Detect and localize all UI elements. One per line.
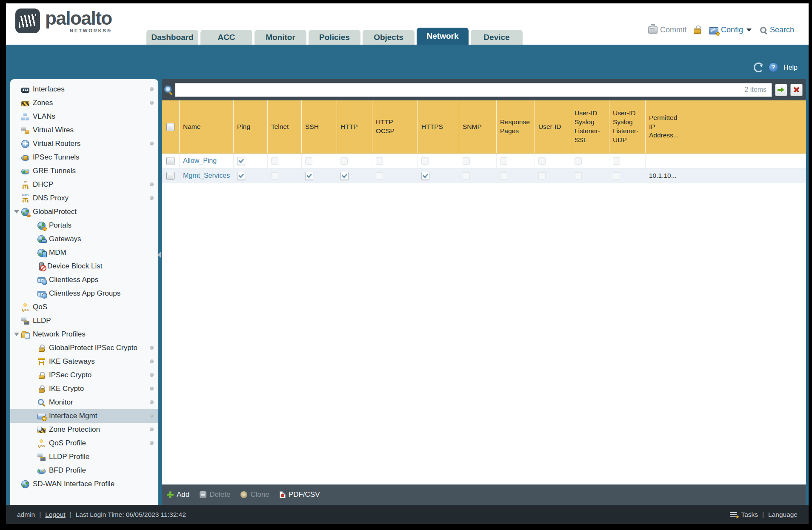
sidebar-item-vlans[interactable]: VLANs <box>10 110 158 123</box>
sidebar-item-sd-wan-interface-profile[interactable]: SD-WAN Interface Profile <box>10 477 158 491</box>
sidebar-item-label: Monitor <box>49 398 73 407</box>
sidebar-item-dns-proxy[interactable]: DNS Proxy <box>10 191 158 205</box>
sidebar-item-ike-gateways[interactable]: IKE Gateways <box>10 355 158 368</box>
add-button[interactable]: Add <box>167 490 189 499</box>
profile-link-mgmt-services[interactable]: Mgmt_Services <box>183 172 230 180</box>
profile-link-allow-ping[interactable]: Allow_Ping <box>183 157 217 165</box>
ike-gateways-icon <box>37 358 46 366</box>
sidebar-item-device-block-list[interactable]: Device Block List <box>10 259 158 273</box>
clear-filter-button[interactable] <box>790 84 803 96</box>
sidebar-item-interface-mgmt[interactable]: Interface Mgmt <box>10 409 158 423</box>
column-header-user-id[interactable]: User-ID <box>535 100 571 153</box>
column-header-https[interactable]: HTTPS <box>418 100 459 153</box>
tab-dashboard[interactable]: Dashboard <box>146 30 198 45</box>
check-icon <box>340 172 349 180</box>
sidebar-item-virtual-routers[interactable]: Virtual Routers <box>10 137 158 151</box>
sidebar-item-bfd-profile[interactable]: BFD Profile <box>10 464 158 477</box>
sidebar-item-label: Portals <box>49 221 71 230</box>
lock-icon[interactable] <box>694 28 701 34</box>
sidebar-collapse-icon[interactable] <box>157 252 161 258</box>
sidebar-item-network-profiles[interactable]: Network Profiles <box>10 328 158 341</box>
sidebar-item-qos-profile[interactable]: QoS Profile <box>10 436 158 450</box>
row-checkbox[interactable] <box>166 172 174 180</box>
row-checkbox[interactable] <box>166 157 174 165</box>
column-header-user-id-syslog-listener-udp[interactable]: User-ID Syslog Listener-UDP <box>609 100 646 153</box>
chevron-down-icon <box>746 28 752 31</box>
help-icon[interactable]: ? <box>769 63 778 72</box>
service-cell-https <box>418 154 459 168</box>
item-dot <box>150 346 154 350</box>
column-header-user-id-syslog-listener-ssl[interactable]: User-ID Syslog Listener-SSL <box>571 100 609 153</box>
expander-icon[interactable] <box>14 210 19 214</box>
column-header-permitted-ip-address[interactable]: Permitted IP Address... <box>646 100 806 153</box>
tasks-icon[interactable] <box>730 512 737 517</box>
sidebar-item-lldp[interactable]: LLDP <box>10 314 158 328</box>
select-all-checkbox[interactable] <box>166 123 174 131</box>
sidebar-item-qos[interactable]: QoS <box>10 300 158 314</box>
sidebar-item-clientless-app-groups[interactable]: Clientless App Groups <box>10 287 158 300</box>
tab-device[interactable]: Device <box>471 30 523 45</box>
column-header-telnet[interactable]: Telnet <box>268 100 302 153</box>
language-link[interactable]: Language <box>768 511 798 519</box>
logout-link[interactable]: Logout <box>45 511 65 519</box>
sidebar-item-interfaces[interactable]: Interfaces <box>10 83 158 96</box>
config-button[interactable]: Config <box>705 26 752 34</box>
sidebar-item-label: Zone Protection <box>49 425 100 434</box>
expander-icon[interactable] <box>14 333 19 336</box>
sidebar-item-label: Gateways <box>49 235 81 243</box>
column-header-ping[interactable]: Ping <box>234 100 268 153</box>
sidebar-item-zones[interactable]: Zones <box>10 96 158 110</box>
sidebar-item-mdm[interactable]: MDM <box>10 246 158 259</box>
dhcp-icon <box>21 181 29 189</box>
apply-filter-button[interactable] <box>775 84 787 96</box>
column-header-response-pages[interactable]: Response Pages <box>497 100 535 153</box>
sidebar-item-globalprotect-ipsec-crypto[interactable]: GlobalProtect IPSec Crypto <box>10 341 158 355</box>
search-button[interactable]: Search <box>755 26 794 34</box>
tab-policies[interactable]: Policies <box>309 30 360 45</box>
tab-network[interactable]: Network <box>417 28 469 45</box>
delete-button[interactable]: Delete <box>200 490 230 499</box>
table-row-allow-ping: Allow_Ping <box>162 154 806 168</box>
tab-acc[interactable]: ACC <box>200 30 252 45</box>
sidebar-item-monitor[interactable]: Monitor <box>10 396 158 409</box>
sidebar-item-gateways[interactable]: Gateways <box>10 232 158 246</box>
sidebar-item-dhcp[interactable]: DHCP <box>10 178 158 191</box>
sidebar-item-label: DHCP <box>33 180 53 189</box>
column-header-ssh[interactable]: SSH <box>302 100 337 153</box>
bfd-icon <box>37 469 46 474</box>
section-band: ? Help <box>6 45 809 77</box>
unchecked-icon <box>538 157 546 165</box>
pdfcsv-button[interactable]: PDF/CSV <box>280 490 320 499</box>
sidebar-item-portals[interactable]: Portals <box>10 219 158 232</box>
sidebar-item-zone-protection[interactable]: Zone Protection <box>10 423 158 436</box>
column-header-http[interactable]: HTTP <box>337 100 372 153</box>
column-header-snmp[interactable]: SNMP <box>459 100 497 153</box>
column-header-name[interactable]: Name <box>180 100 234 153</box>
tasks-link[interactable]: Tasks <box>741 511 758 519</box>
filter-search-input[interactable]: 2 items <box>175 83 772 97</box>
logged-in-user: admin <box>17 511 35 519</box>
sidebar-item-gre-tunnels[interactable]: GRE Tunnels <box>10 164 158 178</box>
item-dot <box>150 196 154 200</box>
clone-button[interactable]: Clone <box>240 490 269 499</box>
help-label[interactable]: Help <box>783 64 798 71</box>
sidebar-item-clientless-apps[interactable]: Clientless Apps <box>10 273 158 287</box>
tab-objects[interactable]: Objects <box>363 30 415 45</box>
unchecked-icon <box>463 157 470 165</box>
sidebar-item-ipsec-tunnels[interactable]: IPSec Tunnels <box>10 151 158 164</box>
sidebar-item-label: Clientless App Groups <box>49 289 120 298</box>
sidebar-item-lldp-profile[interactable]: LLDP Profile <box>10 450 158 464</box>
item-dot <box>150 87 154 91</box>
sidebar-item-globalprotect[interactable]: GlobalProtect <box>10 205 158 219</box>
tab-monitor[interactable]: Monitor <box>254 30 306 45</box>
column-header-http-ocsp[interactable]: HTTP OCSP <box>372 100 418 153</box>
sidebar-item-ipsec-crypto[interactable]: IPSec Crypto <box>10 368 158 382</box>
select-all-cell <box>162 100 180 153</box>
content-panel: 2 items NamePingTelnetSSHHTTPHTTP OCSPHT… <box>162 79 806 505</box>
refresh-icon[interactable] <box>754 63 763 72</box>
permitted-ip-cell <box>646 154 806 168</box>
device-block-list-icon <box>39 262 44 271</box>
sidebar-item-ike-crypto[interactable]: IKE Crypto <box>10 382 158 396</box>
commit-button[interactable]: Commit <box>648 26 686 34</box>
sidebar-item-virtual-wires[interactable]: Virtual Wires <box>10 123 158 137</box>
